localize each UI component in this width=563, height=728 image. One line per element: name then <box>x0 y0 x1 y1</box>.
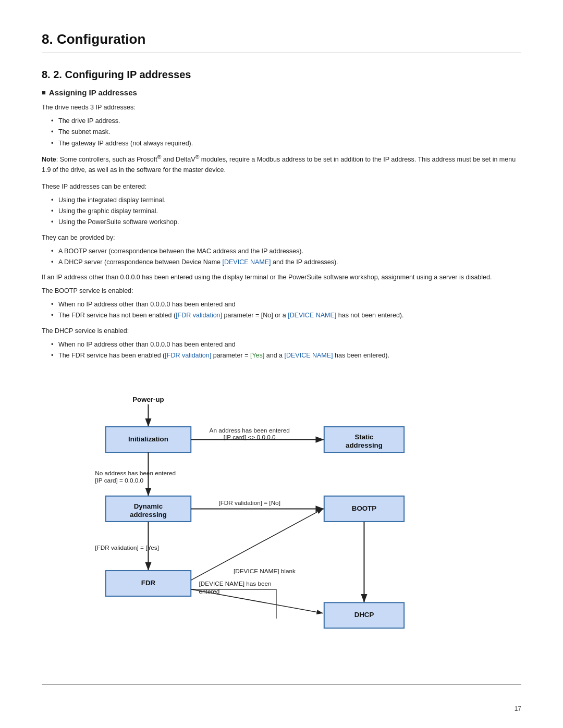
device-entered-label: [DEVICE NAME] has been <box>199 580 272 587</box>
bottom-divider <box>42 684 521 685</box>
page-title: 8. Configuration <box>42 31 521 47</box>
list-item: When no IP address other than 0.0.0.0 ha… <box>51 339 521 350</box>
bullets-4: When no IP address other than 0.0.0.0 ha… <box>51 299 521 322</box>
no-address-label: No address has been entered <box>95 470 176 476</box>
list-item: The FDR service has been enabled ([FDR v… <box>51 350 521 361</box>
list-item: The gateway IP address (not always requi… <box>51 138 521 149</box>
dhcp-intro: The DHCP service is enabled: <box>42 326 521 336</box>
ip-card-neq-label: [IP card] <> 0.0.0.0 <box>224 434 276 440</box>
list-item: Using the PowerSuite software workshop. <box>51 217 521 228</box>
ip-card-eq-label: [IP card] = 0.0.0.0 <box>95 477 143 484</box>
fdr-label: FDR <box>141 579 156 587</box>
dynamic-label2: addressing <box>130 511 167 519</box>
bullets-2: Using the integrated display terminal. U… <box>51 195 521 228</box>
list-item: A DHCP server (correspondence between De… <box>51 257 521 268</box>
bootp-label: BOOTP <box>352 504 376 512</box>
bootp-intro: The BOOTP service is enabled: <box>42 286 521 296</box>
bullets-5: When no IP address other than 0.0.0.0 ha… <box>51 339 521 362</box>
subsection-heading: Assigning IP addresses <box>42 88 521 97</box>
bullets-3: A BOOTP server (correspondence between t… <box>51 246 521 268</box>
initialization-label: Initialization <box>128 435 168 443</box>
powerup-label: Power-up <box>132 396 164 404</box>
list-item: The subnet mask. <box>51 127 521 138</box>
page: 8. Configuration 8. 2. Configuring IP ad… <box>0 0 563 728</box>
top-divider <box>42 53 521 53</box>
entry-intro: These IP addresses can be entered: <box>42 181 521 192</box>
device-blank-label: [DEVICE NAME] blank <box>234 567 296 574</box>
list-item: The drive IP address. <box>51 116 521 127</box>
list-item: A BOOTP server (correspondence between t… <box>51 246 521 257</box>
list-item: Using the graphic display terminal. <box>51 206 521 217</box>
intro-text: The drive needs 3 IP addresses: <box>42 102 521 113</box>
page-number: 17 <box>515 705 521 712</box>
dhcp-label: DHCP <box>354 611 374 619</box>
provided-intro: They can be provided by: <box>42 232 521 243</box>
static-label2: addressing <box>346 441 383 449</box>
static-note: If an IP address other than 0.0.0.0 has … <box>42 272 521 282</box>
list-item: When no IP address other than 0.0.0.0 ha… <box>51 299 521 310</box>
dynamic-label: Dynamic <box>134 502 163 510</box>
device-entered-label2: entered <box>199 588 220 595</box>
fdr-yes-label: [FDR validation] = [Yes] <box>95 544 159 551</box>
address-entered-label: An address has been entered <box>210 427 290 434</box>
flow-diagram: Power-up Initialization An address has b… <box>42 377 521 669</box>
list-item: Using the integrated display terminal. <box>51 195 521 206</box>
list-item: The FDR service has not been enabled ([F… <box>51 310 521 321</box>
bullets-1: The drive IP address. The subnet mask. T… <box>51 116 521 149</box>
section-title: 8. 2. Configuring IP addresses <box>42 69 521 81</box>
static-label: Static <box>354 433 373 441</box>
note-text: Note: Some controllers, such as Prosoft®… <box>42 153 521 175</box>
fdr-no-label: [FDR validation] = [No] <box>218 499 280 506</box>
